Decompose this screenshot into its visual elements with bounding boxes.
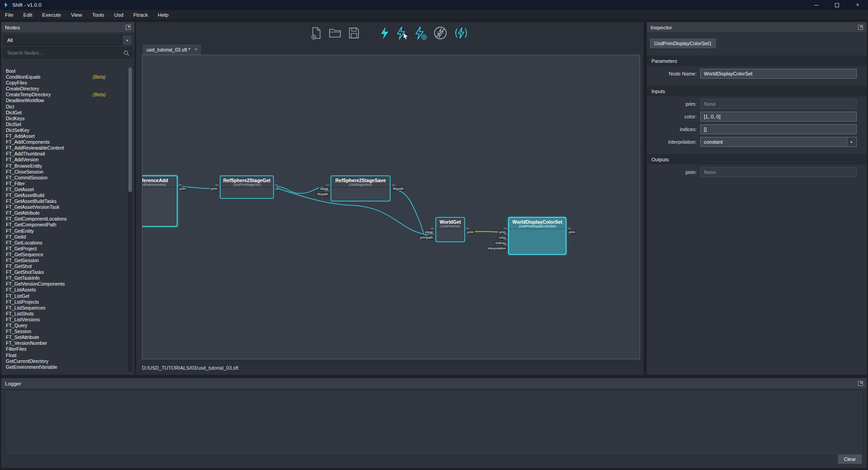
port-prim[interactable]: ›››prim (179, 183, 187, 191)
dropdown-arrow-icon[interactable]: ▼ (847, 137, 856, 146)
node-type-item[interactable]: FT_GetVersionComponents (3, 281, 132, 287)
node-type-item[interactable]: DeadlineWorkflow (3, 98, 132, 103)
node-type-item[interactable]: FT_Query (3, 323, 132, 329)
node-type-item[interactable]: FT_GetTaskInfo (3, 275, 132, 281)
field-indices[interactable]: [] (700, 124, 857, 134)
node-type-item[interactable]: FT_ListProjects (3, 299, 132, 305)
node-type-item[interactable]: FT_CloseSession (3, 169, 132, 175)
field-color[interactable]: [1, 0, 0] (700, 112, 857, 122)
new-graph-icon[interactable] (311, 26, 322, 40)
node-type-item[interactable]: FT_Filter (3, 181, 132, 187)
minimize-button[interactable] (806, 0, 826, 10)
node-type-item[interactable]: DictSet (3, 122, 132, 127)
node-type-item[interactable]: Dict (3, 104, 132, 110)
undock-icon[interactable] (126, 25, 131, 30)
field-interpolation[interactable]: constant▼ (700, 137, 857, 147)
node-type-item[interactable]: CopyFiles (3, 80, 132, 86)
port-output[interactable]: ››› (275, 188, 278, 191)
node-type-item[interactable]: DictKeys (3, 116, 132, 122)
node-type-item[interactable]: FT_AddAsset (3, 133, 132, 139)
menu-item-file[interactable]: File (0, 10, 19, 19)
node-type-item[interactable]: DictSetKey (3, 127, 132, 133)
port-prim[interactable]: ›››prim (568, 227, 576, 234)
node-search-box[interactable] (3, 47, 132, 58)
port-output[interactable]: ››› (275, 183, 278, 187)
inspector-node-tab[interactable]: UsdPrimDisplayColorSet1 (650, 38, 716, 48)
node-type-item[interactable]: FT_AddThumbnail (3, 151, 132, 157)
close-button[interactable]: × (847, 0, 868, 10)
menu-item-ftrack[interactable]: Ftrack (128, 10, 153, 19)
node-type-item[interactable]: CreateDirectory (3, 86, 132, 92)
node-type-item[interactable]: FT_AddReviewableContent (3, 145, 132, 151)
node-type-item[interactable]: FT_GetAssetBuild (3, 193, 132, 198)
execute-disabled-icon[interactable] (433, 26, 448, 40)
port-filepath[interactable]: ›››filepath (316, 189, 329, 196)
node-type-item[interactable]: CreateTempDirectory(Beta) (3, 92, 132, 98)
clear-log-button[interactable]: Clear (838, 454, 862, 464)
node-type-item[interactable]: FT_GetSession (3, 258, 132, 263)
chevron-down-icon[interactable]: ▼ (122, 35, 132, 45)
node-type-item[interactable]: FT_ListVersions (3, 317, 132, 323)
node-list-scrollbar[interactable] (128, 67, 132, 372)
menu-item-usd[interactable]: Usd (109, 10, 128, 19)
node-filter-dropdown[interactable]: All ▼ (3, 35, 132, 46)
node-type-item[interactable]: FT_GetSequence (3, 252, 132, 258)
graph-node-WorldDisplayColorSet[interactable]: WorldDisplayColorSet(UsdPrimDisplayColor… (508, 217, 566, 255)
menu-item-tools[interactable]: Tools (87, 10, 109, 19)
node-type-item[interactable]: FT_ListGet (3, 293, 132, 299)
node-type-item[interactable]: FT_AddVersion (3, 157, 132, 163)
node-type-item[interactable]: FT_ListAssets (3, 287, 132, 293)
undock-icon[interactable] (858, 381, 863, 386)
graph-node-RefSphere2StageSave[interactable]: RefSphere2StageSave(UsdStageSave) (330, 175, 391, 202)
node-type-item[interactable]: FT_Session (3, 329, 132, 334)
menu-item-help[interactable]: Help (153, 10, 174, 19)
node-type-item[interactable]: FT_GetShotTasks (3, 269, 132, 275)
node-type-item[interactable]: FilterFiles (3, 346, 132, 352)
port-prim[interactable]: ›››prim (466, 227, 475, 234)
graph-node-WorldGet[interactable]: WorldGet(UsdPrimGet) (435, 217, 465, 242)
graph-node-RefSphere2StageGet[interactable]: RefSphere2StageGet(UsdPrimStageGet) (220, 175, 274, 199)
node-type-item[interactable]: FT_GetAttribute (3, 210, 132, 216)
node-type-item[interactable]: Bool (3, 68, 132, 74)
node-type-item[interactable]: FT_GetAssetVersionTask (3, 204, 132, 210)
maximize-button[interactable] (826, 0, 847, 10)
tab-usd-tutorial-03[interactable]: usd_tutorial_03.sft * × (142, 44, 202, 55)
node-type-item[interactable]: FT_GetId (3, 234, 132, 240)
node-type-item[interactable]: GetCurrentDirectory (3, 358, 132, 364)
node-type-item[interactable]: DictGet (3, 110, 132, 116)
field-nodename[interactable]: WorldDisplayColorSet (700, 69, 857, 79)
port-primpath[interactable]: ›››primpath (419, 232, 434, 240)
port-prim[interactable]: ›››prim (210, 183, 218, 191)
search-input[interactable] (4, 50, 123, 56)
undock-icon[interactable] (858, 25, 863, 30)
graph-node-ReferenceAdd[interactable]: ReferenceAdd(UsdReferenceAdd) (142, 175, 178, 227)
node-type-item[interactable]: FT_GetComponentPath (3, 222, 132, 228)
port-filepath[interactable]: ›››filepath (392, 183, 405, 191)
node-type-item[interactable]: FT_GetLocations (3, 240, 132, 246)
node-type-item[interactable]: FT_AddComponents (3, 139, 132, 145)
port-interpolation[interactable]: ›››interpolation (486, 243, 507, 250)
node-type-item[interactable]: FT_SetAttribute (3, 334, 132, 340)
open-graph-icon[interactable] (328, 26, 342, 40)
node-type-item[interactable]: FT_BrowseEntity (3, 163, 132, 169)
node-type-item[interactable]: FT_GetComponentLocations (3, 216, 132, 222)
node-type-item[interactable]: FT_ListSequences (3, 305, 132, 311)
node-type-item[interactable]: FT_GetAssetBuildTasks (3, 198, 132, 204)
node-type-item[interactable]: FT_GetAsset (3, 187, 132, 193)
execute-live-icon[interactable] (453, 26, 469, 40)
execute-selected-icon[interactable] (396, 26, 409, 40)
tab-close-icon[interactable]: × (194, 47, 197, 52)
node-type-item[interactable]: FT_GetProject (3, 246, 132, 252)
scrollbar-thumb[interactable] (128, 67, 132, 192)
node-type-item[interactable]: FT_ListShots (3, 311, 132, 317)
node-type-item[interactable]: ConditionEquals(Beta) (3, 74, 132, 80)
menu-item-view[interactable]: View (66, 10, 87, 19)
node-type-item[interactable]: GetEnvironmentVariable (3, 364, 132, 370)
save-graph-icon[interactable] (348, 26, 360, 40)
menu-item-execute[interactable]: Execute (37, 10, 66, 19)
execute-icon[interactable] (379, 26, 390, 40)
node-type-item[interactable]: FT_VersionNumber (3, 340, 132, 346)
node-type-item[interactable]: FT_CommitSession (3, 175, 132, 181)
menu-item-edit[interactable]: Edit (19, 10, 38, 19)
graph-canvas[interactable]: ReferenceAdd(UsdReferenceAdd)›››primRefS… (142, 55, 640, 359)
